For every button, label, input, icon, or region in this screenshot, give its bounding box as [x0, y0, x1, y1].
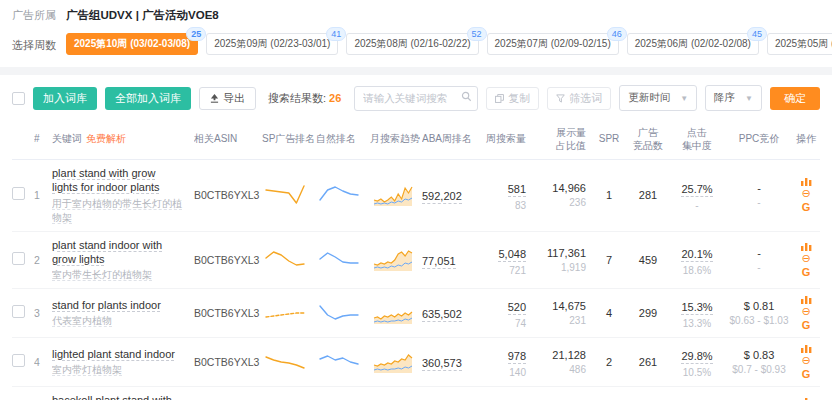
week-search-sub-value: 140	[480, 367, 526, 378]
minus-circle-icon[interactable]: ⊖	[801, 355, 810, 366]
minus-circle-icon[interactable]: ⊖	[801, 253, 810, 264]
google-trends-icon[interactable]: G	[802, 319, 811, 331]
header-free-analysis-link[interactable]: 免费解析	[86, 133, 126, 144]
header-spr: SPR	[592, 133, 626, 146]
week-search-value[interactable]: 520	[508, 301, 526, 315]
minus-circle-icon[interactable]: ⊖	[801, 306, 810, 317]
copy-button-label: 复制	[508, 93, 530, 104]
sort-order-select[interactable]: 降序 ▼	[705, 85, 762, 111]
keyword-cell: plant stand with grow lights for indoor …	[52, 166, 194, 225]
google-trends-icon[interactable]: G	[802, 368, 811, 380]
week-selector-label: 选择周数	[12, 33, 56, 57]
copy-button[interactable]: 复制	[486, 87, 539, 110]
asin-link[interactable]: B0CTB6YXL3	[194, 356, 262, 368]
add-all-to-library-button[interactable]: 全部加入词库	[105, 87, 191, 110]
search-input[interactable]	[354, 86, 478, 111]
aba-week-rank-value[interactable]: 635,502	[422, 308, 462, 322]
keyword-table: # 关键词免费解析 相关ASIN SP广告排名 自然排名 月搜索趋势 ABA周排…	[12, 121, 820, 400]
row-checkbox[interactable]	[12, 187, 25, 200]
ppc-bid-cell: $ 0.81$0.63 - $1.03	[724, 300, 794, 326]
table-row: 2plant stand indoor with grow lights室内带生…	[12, 232, 820, 290]
ad-competitors-value: 459	[626, 254, 670, 266]
header-ops: 操作	[794, 133, 818, 146]
trend-chart-icon[interactable]	[801, 344, 812, 353]
sort-field-select[interactable]: 更新时间 ▼	[619, 85, 697, 111]
week-tab[interactable]: 2025第10周 (03/02-03/08)25	[66, 33, 198, 55]
keyword-text[interactable]: bacekoll plant stand with grow lights fo…	[52, 393, 184, 400]
click-share-value[interactable]: 29.8%	[681, 350, 712, 364]
confirm-button[interactable]: 确定	[770, 87, 820, 110]
trend-chart-icon[interactable]	[801, 397, 812, 400]
week-tab[interactable]: 2025第08周 (02/16-02/22)52	[346, 33, 478, 55]
search-box	[354, 86, 478, 111]
breadcrumb: 广告所属 广告组UDVX | 广告活动VOE8	[12, 8, 820, 23]
row-checkbox[interactable]	[12, 354, 25, 367]
trend-chart-icon[interactable]	[801, 295, 812, 304]
impressions-sub-value: 1,919	[532, 262, 586, 273]
row-actions: ⊖G	[794, 397, 818, 400]
click-share-value[interactable]: 20.1%	[681, 248, 712, 262]
impressions-sub-value: 486	[532, 364, 586, 375]
chevron-down-icon: ▼	[745, 94, 753, 103]
impressions-value: 14,675	[532, 300, 586, 312]
click-share-sub-value: 18.6%	[670, 265, 724, 276]
ppc-bid-range: $0.7 - $0.93	[724, 364, 794, 375]
row-checkbox-cell	[12, 353, 34, 371]
breadcrumb-value: 广告组UDVX | 广告活动VOE8	[66, 8, 219, 23]
keyword-text[interactable]: lighted plant stand indoor	[52, 347, 184, 361]
month-trend-cell	[370, 300, 422, 326]
row-checkbox[interactable]	[12, 252, 25, 265]
header-aba-rank: ABA周排名	[422, 133, 480, 146]
asin-link[interactable]: B0CTB6YXL3	[194, 254, 262, 266]
add-to-library-button[interactable]: 加入词库	[33, 87, 97, 110]
week-tab[interactable]: 2025第07周 (02/09-02/15)46	[487, 33, 619, 55]
aba-week-rank-value[interactable]: 360,573	[422, 357, 462, 371]
week-tab[interactable]: 2025第09周 (02/23-03/01)41	[206, 33, 338, 55]
filter-words-button[interactable]: 筛选词	[547, 87, 611, 110]
toolbar-right: 复制 筛选词 更新时间 ▼ 降序 ▼ 确定	[354, 85, 820, 111]
week-tabs: 2025第10周 (03/02-03/08)252025第09周 (02/23-…	[66, 33, 832, 55]
week-tab[interactable]: 2025第05周 (01/26-02/01)15	[767, 33, 832, 55]
month-search-trend-chart	[370, 349, 416, 375]
organic-rank-cell	[316, 247, 370, 273]
table-header: # 关键词免费解析 相关ASIN SP广告排名 自然排名 月搜索趋势 ABA周排…	[12, 121, 820, 160]
week-search-value[interactable]: 5,048	[498, 248, 526, 262]
keyword-cell: stand for plants indoor代表室内植物	[52, 298, 194, 328]
select-all-checkbox[interactable]	[12, 92, 25, 105]
google-trends-icon[interactable]: G	[802, 201, 811, 213]
click-share-sub-value: -	[670, 200, 724, 211]
week-tab[interactable]: 2025第06周 (02/02-02/08)45	[627, 33, 759, 55]
asin-link[interactable]: B0CTB6YXL3	[194, 307, 262, 319]
keyword-text[interactable]: plant stand with grow lights for indoor …	[52, 166, 184, 195]
result-count-label: 搜索结果数:	[268, 92, 326, 104]
row-checkbox[interactable]	[12, 305, 25, 318]
ppc-bid-cell: --	[724, 247, 794, 273]
week-search-value[interactable]: 978	[508, 350, 526, 364]
keyword-translation: 室内带生长灯的植物架	[52, 268, 184, 282]
trend-chart-icon[interactable]	[801, 242, 812, 251]
click-share-value[interactable]: 25.7%	[681, 183, 712, 197]
table-body: 1plant stand with grow lights for indoor…	[12, 160, 820, 400]
week-search-value[interactable]: 581	[508, 183, 526, 197]
row-checkbox-cell	[12, 251, 34, 269]
trend-chart-icon[interactable]	[801, 177, 812, 186]
row-index: 2	[34, 254, 52, 266]
week-search-sub-value: 721	[480, 265, 526, 276]
aba-week-rank-value[interactable]: 592,202	[422, 190, 462, 204]
click-share-cell: 25.7%-	[670, 179, 724, 211]
export-button[interactable]: 导出	[199, 87, 256, 110]
aba-week-rank: 360,573	[422, 353, 480, 371]
keyword-text[interactable]: stand for plants indoor	[52, 298, 184, 312]
keyword-text[interactable]: plant stand indoor with grow lights	[52, 238, 184, 267]
table-row: 1plant stand with grow lights for indoor…	[12, 160, 820, 232]
minus-circle-icon[interactable]: ⊖	[801, 188, 810, 199]
header-organic-rank: 自然排名	[316, 133, 370, 146]
sp-ad-rank-sparkline	[262, 300, 308, 326]
aba-week-rank-value[interactable]: 77,051	[422, 255, 456, 269]
click-share-sub-value: 13.3%	[670, 318, 724, 329]
google-trends-icon[interactable]: G	[802, 266, 811, 278]
impressions-cell: 117,3611,919	[532, 247, 592, 273]
click-share-value[interactable]: 15.3%	[681, 301, 712, 315]
asin-link[interactable]: B0CTB6YXL3	[194, 189, 262, 201]
table-row: 5bacekoll plant stand with grow lights f…	[12, 387, 820, 400]
